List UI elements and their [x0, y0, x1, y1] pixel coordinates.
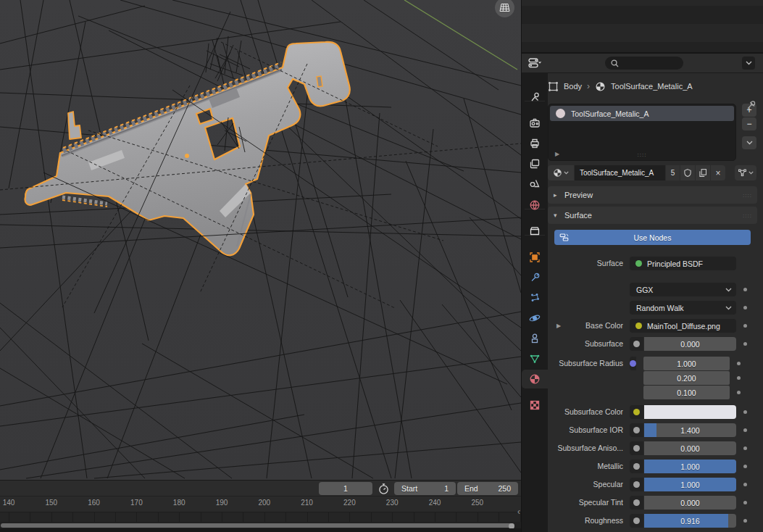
socket-subsurface-aniso[interactable] — [630, 441, 643, 455]
slider-subsurface-radius[interactable]: 1.000 — [643, 357, 730, 370]
decorator-dot[interactable] — [743, 483, 747, 486]
ruler-tick — [328, 512, 329, 523]
chevron-down-icon — [749, 171, 754, 175]
slider-subsurface[interactable]: 0.000 — [644, 337, 736, 351]
slider-subsurface-ior[interactable]: 1.400 — [644, 423, 736, 437]
start-label: Start — [401, 484, 417, 493]
tab-scene[interactable] — [525, 174, 544, 193]
tab-particles[interactable] — [525, 288, 544, 307]
tab-tool[interactable] — [525, 88, 544, 107]
search-input[interactable] — [605, 57, 683, 70]
decorator-dot[interactable] — [743, 446, 747, 450]
fake-user-button[interactable] — [680, 165, 695, 180]
tab-constraints[interactable] — [525, 329, 544, 348]
decorator-dot[interactable] — [743, 428, 747, 432]
material-slot-selected[interactable]: ToolSurface_Metalic_A — [550, 106, 734, 121]
tab-physics[interactable] — [525, 309, 544, 328]
decorator-dot[interactable] — [737, 362, 741, 365]
dropdown-ggx[interactable]: GGX — [630, 283, 736, 296]
socket-subsurface[interactable] — [630, 337, 643, 351]
users-count-button[interactable]: 5 — [666, 165, 680, 180]
list-resize-grip[interactable]: :::: — [638, 151, 647, 158]
material-name-field[interactable]: ToolSurface_Metalic_A — [575, 165, 665, 180]
slider-subsurface-radius[interactable]: 0.200 — [643, 371, 730, 385]
decorator-dot[interactable] — [737, 376, 741, 380]
tab-texture[interactable] — [525, 396, 544, 415]
ruler-tick — [94, 512, 95, 523]
timeline-scrollbar[interactable] — [1, 523, 514, 528]
timeline-ruler[interactable]: 140150160170180190200210220230240250 — [0, 496, 521, 512]
decorator-dot[interactable] — [743, 306, 747, 309]
material-slot-icon — [556, 109, 565, 118]
tab-object[interactable] — [525, 248, 544, 267]
stopwatch-icon[interactable] — [378, 483, 390, 495]
socket-subsurface-radius[interactable] — [630, 357, 636, 370]
panel-grip[interactable]: :::: — [743, 192, 752, 199]
tab-material[interactable] — [525, 370, 544, 388]
tab-object-data[interactable] — [525, 349, 544, 368]
slider-specular-tint[interactable]: 0.000 — [644, 496, 736, 510]
outliner-area[interactable] — [522, 0, 763, 54]
output-icon — [529, 138, 541, 149]
frame-start-field[interactable]: Start 1 — [394, 482, 456, 495]
panel-grip[interactable]: :::: — [743, 212, 752, 219]
tab-render[interactable] — [525, 114, 544, 133]
decorator-dot[interactable] — [743, 465, 747, 468]
color-swatch-subsurface-color[interactable] — [644, 405, 736, 419]
properties-editor-type-icon[interactable] — [528, 58, 541, 68]
tab-collection[interactable] — [525, 222, 544, 241]
socket-metallic[interactable] — [630, 460, 643, 473]
breadcrumb-object[interactable]: Body — [564, 82, 582, 91]
panel-surface[interactable]: ▾ Surface :::: — [548, 207, 757, 224]
socket-subsurface-ior[interactable] — [630, 423, 643, 437]
dropdown-random-walk[interactable]: Random Walk — [630, 301, 736, 315]
socket-subsurface-color[interactable] — [630, 405, 643, 419]
decorator-dot[interactable] — [743, 324, 747, 328]
tab-modifiers[interactable] — [525, 268, 544, 287]
expander-icon[interactable]: ▶ — [556, 319, 561, 333]
decorator-dot[interactable] — [743, 342, 747, 346]
duplicate-material-button[interactable] — [696, 165, 710, 180]
gun-model[interactable] — [24, 42, 350, 255]
decorator-dot[interactable] — [743, 501, 747, 504]
decorator-dot[interactable] — [743, 410, 747, 414]
remove-slot-button[interactable]: − — [742, 117, 756, 130]
breadcrumb-material[interactable]: ToolSurface_Metalic_A — [611, 82, 693, 91]
slot-specials-menu[interactable] — [742, 136, 756, 149]
browse-material-button[interactable] — [548, 165, 574, 180]
socket-specular-tint[interactable] — [630, 496, 643, 510]
unlink-material-button[interactable]: × — [711, 165, 725, 180]
decorator-dot[interactable] — [737, 391, 741, 394]
tab-view-layer[interactable] — [525, 154, 544, 173]
field-surface[interactable]: Principled BSDF — [630, 257, 736, 270]
panel-preview[interactable]: ▸ Preview :::: — [548, 186, 757, 204]
slider-metallic[interactable]: 1.000 — [644, 460, 736, 473]
decorator-dot[interactable] — [743, 519, 747, 523]
nodes-icon — [559, 233, 569, 242]
decorator-dot[interactable] — [743, 288, 747, 291]
socket-dot — [633, 341, 640, 347]
3d-viewport[interactable] — [0, 0, 521, 480]
timeline-scroll-track[interactable] — [0, 522, 521, 528]
material-slot-list[interactable]: ToolSurface_Metalic_A ▶ :::: — [548, 104, 736, 161]
socket-dot — [633, 481, 640, 488]
socket-specular[interactable] — [630, 478, 643, 491]
ruler-tick — [435, 512, 435, 523]
pin-icon[interactable] — [746, 99, 757, 111]
slider-specular[interactable]: 1.000 — [644, 478, 736, 491]
nodetree-filter-dropdown[interactable] — [735, 165, 756, 180]
slider-subsurface-aniso[interactable]: 0.000 — [644, 441, 736, 455]
collapse-arrow-icon[interactable]: ‹ — [517, 507, 520, 517]
timeline-editor[interactable]: 1 Start 1 End 250 1401501601701801902002… — [0, 480, 521, 532]
filter-options-dropdown[interactable] — [742, 57, 755, 70]
use-nodes-button[interactable]: Use Nodes — [554, 230, 751, 245]
slider-subsurface-radius[interactable]: 0.100 — [643, 386, 730, 399]
tab-output[interactable] — [525, 134, 544, 153]
slider-roughness[interactable]: 0.916 — [644, 514, 736, 528]
frame-end-field[interactable]: End 250 — [457, 482, 518, 495]
field-base-color[interactable]: MainTool_Diffuse.png — [630, 319, 736, 333]
socket-roughness[interactable] — [630, 514, 643, 528]
list-expander-icon[interactable]: ▶ — [555, 151, 559, 157]
tab-world[interactable] — [525, 196, 544, 215]
current-frame-field[interactable]: 1 — [319, 482, 372, 495]
